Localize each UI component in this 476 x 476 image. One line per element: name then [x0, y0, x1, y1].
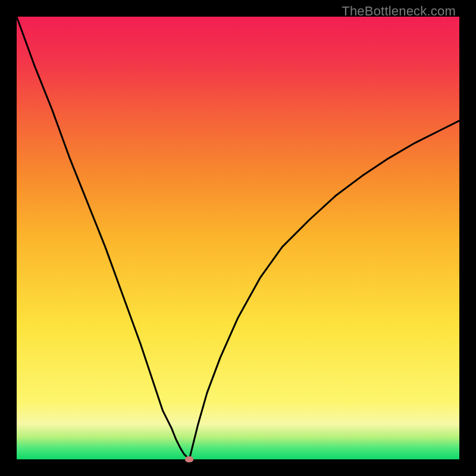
chart-frame: TheBottleneck.com — [0, 0, 476, 476]
minimum-marker — [185, 456, 193, 462]
curve-svg — [17, 17, 459, 459]
plot-area — [17, 17, 459, 459]
watermark-text: TheBottleneck.com — [342, 4, 456, 19]
bottleneck-curve — [17, 17, 459, 459]
